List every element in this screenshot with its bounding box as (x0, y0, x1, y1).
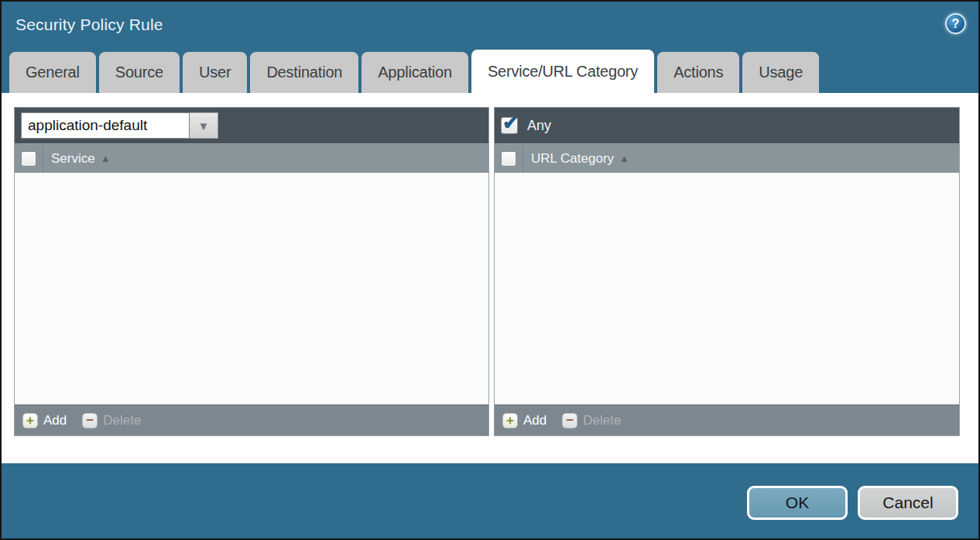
tab-bar: General Source User Destination Applicat… (2, 48, 978, 93)
tab-destination[interactable]: Destination (250, 52, 358, 93)
tab-actions[interactable]: Actions (657, 52, 739, 93)
tab-source[interactable]: Source (99, 52, 180, 93)
url-category-column-label[interactable]: URL Category (531, 151, 614, 167)
service-select-all-cell (15, 144, 43, 173)
url-category-table-body[interactable] (495, 173, 959, 404)
tab-service-url-category[interactable]: Service/URL Category (471, 50, 654, 93)
url-category-delete-label: Delete (583, 413, 621, 428)
url-category-panel: ✔ Any URL Category ▲ + Add − Delete (494, 107, 960, 436)
url-category-table-footer: + Add − Delete (495, 404, 959, 435)
chevron-down-icon: ▼ (198, 119, 210, 132)
service-type-dropdown[interactable]: ▼ (21, 112, 218, 139)
tab-application[interactable]: Application (362, 52, 468, 93)
tab-usage[interactable]: Usage (742, 52, 819, 93)
tab-user[interactable]: User (183, 52, 247, 93)
url-category-toolbar: ✔ Any (495, 108, 959, 143)
service-column-label[interactable]: Service (51, 151, 95, 167)
service-table-footer: + Add − Delete (15, 404, 488, 435)
sort-ascending-icon[interactable]: ▲ (619, 153, 629, 164)
plus-icon: + (502, 413, 518, 428)
service-panel: ▼ Service ▲ + Add − Delete (14, 107, 489, 436)
cancel-button[interactable]: Cancel (858, 486, 958, 520)
checkmark-icon: ✔ (502, 113, 519, 132)
any-checkbox[interactable]: ✔ (501, 117, 518, 134)
service-toolbar: ▼ (15, 108, 488, 143)
url-category-table-header: URL Category ▲ (495, 143, 959, 173)
minus-icon: − (82, 413, 98, 428)
url-category-select-all-checkbox[interactable] (501, 151, 516, 167)
help-icon[interactable]: ? (945, 13, 966, 34)
service-delete-button[interactable]: − Delete (82, 413, 141, 428)
service-select-all-checkbox[interactable] (21, 151, 36, 167)
service-table-header: Service ▲ (15, 143, 488, 173)
url-category-select-all-cell (495, 144, 523, 173)
ok-button[interactable]: OK (747, 486, 848, 520)
tab-content: ▼ Service ▲ + Add − Delete (2, 93, 978, 463)
any-checkbox-label[interactable]: Any (527, 118, 551, 134)
security-policy-rule-dialog: Security Policy Rule ? General Source Us… (0, 0, 980, 540)
service-add-button[interactable]: + Add (22, 413, 67, 428)
minus-icon: − (562, 413, 577, 428)
url-category-add-label: Add (523, 413, 547, 428)
tab-general[interactable]: General (9, 52, 96, 93)
service-type-dropdown-button[interactable]: ▼ (190, 112, 218, 139)
plus-icon: + (22, 413, 38, 428)
dialog-action-bar: OK Cancel (2, 463, 978, 520)
titlebar: Security Policy Rule ? (2, 2, 978, 48)
service-add-label: Add (43, 413, 67, 428)
service-delete-label: Delete (103, 413, 141, 428)
url-category-add-button[interactable]: + Add (502, 413, 547, 428)
service-type-value[interactable] (21, 112, 190, 139)
dialog-title: Security Policy Rule (15, 15, 163, 34)
service-table-body[interactable] (15, 173, 488, 404)
url-category-delete-button[interactable]: − Delete (562, 413, 621, 428)
sort-ascending-icon[interactable]: ▲ (101, 153, 111, 164)
